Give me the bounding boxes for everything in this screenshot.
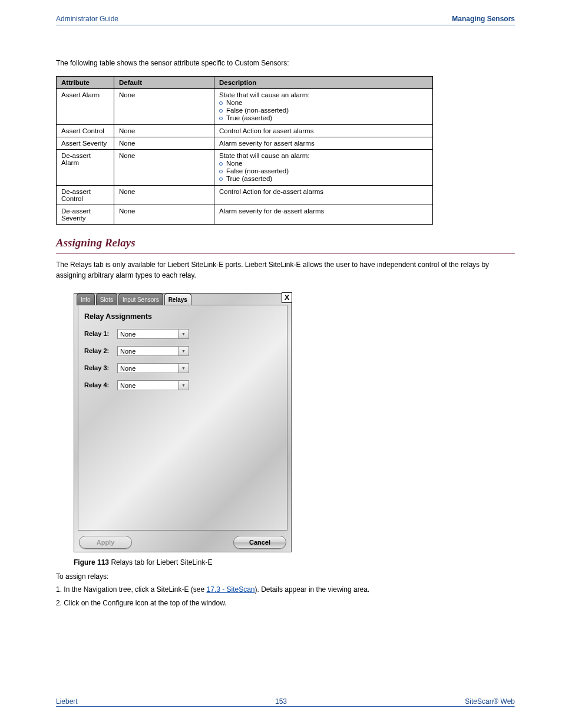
bullet-item: None xyxy=(219,99,428,106)
relay-1-dropdown-icon[interactable] xyxy=(178,329,189,339)
step-1-text-b: ). Details appear in the viewing area. xyxy=(255,585,370,594)
cell-desc: State that will cause an alarm: None Fal… xyxy=(214,88,433,124)
relay-1-select[interactable]: None xyxy=(117,329,178,339)
footer-rule xyxy=(56,706,515,707)
footer-right: SiteScan® Web xyxy=(465,697,515,706)
step-1-crossref-link[interactable]: 17.3 - SiteScan xyxy=(206,585,254,594)
cell-attr: De-assert Severity xyxy=(57,205,114,224)
relay-4-select[interactable]: None xyxy=(117,380,178,390)
apply-button[interactable]: Apply xyxy=(79,536,132,549)
relay-2-row: Relay 2: None xyxy=(84,346,281,356)
bullet-item: True (asserted) xyxy=(219,114,428,121)
dialog-tabs: Info Slots Input Sensors Relays xyxy=(77,294,289,305)
intro-paragraph: The following table shows the sensor att… xyxy=(56,58,515,69)
step-1: 1. In the Navigation tree, click a SiteL… xyxy=(56,584,515,595)
step-2: 2. Click on the Configure icon at the to… xyxy=(56,598,515,609)
tab-relays[interactable]: Relays xyxy=(164,294,191,305)
cell-desc: Control Action for assert alarms xyxy=(214,124,433,137)
close-button[interactable]: X xyxy=(282,292,292,303)
table-header-row: Attribute Default Description xyxy=(57,76,433,88)
table-row: Assert Severity None Alarm severity for … xyxy=(57,137,433,149)
col-default: Default xyxy=(114,76,214,88)
cell-desc: State that will cause an alarm: None Fal… xyxy=(214,149,433,185)
tab-input-sensors[interactable]: Input Sensors xyxy=(118,294,163,305)
dialog-button-bar: Apply Cancel xyxy=(79,536,286,549)
relay-3-row: Relay 3: None xyxy=(84,363,281,373)
relay-1-row: Relay 1: None xyxy=(84,329,281,339)
cell-attr: Assert Severity xyxy=(57,137,114,149)
cell-attr: Assert Control xyxy=(57,124,114,137)
bullet-item: None xyxy=(219,160,428,167)
relay-3-select[interactable]: None xyxy=(117,363,178,373)
relay-4-dropdown-icon[interactable] xyxy=(178,380,189,390)
table-row: De-assert Severity None Alarm severity f… xyxy=(57,205,433,224)
relay-3-label: Relay 3: xyxy=(84,364,117,371)
cell-desc: Alarm severity for assert alarms xyxy=(214,137,433,149)
relay-2-select[interactable]: None xyxy=(117,346,178,356)
cell-attr: Assert Alarm xyxy=(57,88,114,124)
sensor-attributes-table: Attribute Default Description Assert Ala… xyxy=(56,76,433,225)
step-1-text-a: 1. In the Navigation tree, click a SiteL… xyxy=(56,585,204,594)
relay-1-label: Relay 1: xyxy=(84,330,117,337)
tab-info[interactable]: Info xyxy=(77,294,95,305)
table-row: De-assert Alarm None State that will cau… xyxy=(57,149,433,185)
cancel-button[interactable]: Cancel xyxy=(233,536,286,549)
desc-lead: State that will cause an alarm: xyxy=(219,91,428,98)
cell-attr: De-assert Control xyxy=(57,185,114,205)
cell-def: None xyxy=(114,137,214,149)
section-heading-assigning-relays: Assigning Relays xyxy=(56,236,515,253)
table-row: Assert Alarm None State that will cause … xyxy=(57,88,433,124)
dialog-title: Relay Assignments xyxy=(84,312,281,321)
cell-desc: Alarm severity for de-assert alarms xyxy=(214,205,433,224)
steps-lead: To assign relays: xyxy=(56,571,515,582)
relay-3-dropdown-icon[interactable] xyxy=(178,363,189,373)
bullet-item: False (non-asserted) xyxy=(219,107,428,114)
section-paragraph: The Relays tab is only available for Lie… xyxy=(56,259,515,281)
table-row: De-assert Control None Control Action fo… xyxy=(57,185,433,205)
relays-dialog: Info Slots Input Sensors Relays X Relay … xyxy=(74,293,292,552)
bullet-item: False (non-asserted) xyxy=(219,167,428,174)
relay-4-label: Relay 4: xyxy=(84,381,117,388)
desc-lead: State that will cause an alarm: xyxy=(219,152,428,159)
cell-def: None xyxy=(114,185,214,205)
figure-caption-text: Relays tab for Liebert SiteLink-E xyxy=(111,558,212,566)
col-desc: Description xyxy=(214,76,433,88)
tab-slots[interactable]: Slots xyxy=(96,294,117,305)
header-left: Administrator Guide xyxy=(56,15,118,23)
cell-def: None xyxy=(114,124,214,137)
cell-def: None xyxy=(114,88,214,124)
relay-4-row: Relay 4: None xyxy=(84,380,281,390)
header-rule xyxy=(56,25,515,25)
table-row: Assert Control None Control Action for a… xyxy=(57,124,433,137)
page-header: Administrator Guide Managing Sensors xyxy=(56,15,515,23)
cell-def: None xyxy=(114,205,214,224)
figure-caption: Figure 113 Relays tab for Liebert SiteLi… xyxy=(74,558,515,566)
relay-2-dropdown-icon[interactable] xyxy=(178,346,189,356)
cell-def: None xyxy=(114,149,214,185)
figure-label: Figure 113 xyxy=(74,558,109,566)
cell-desc: Control Action for de-assert alarms xyxy=(214,185,433,205)
cell-attr: De-assert Alarm xyxy=(57,149,114,185)
col-attr: Attribute xyxy=(57,76,114,88)
bullet-item: True (asserted) xyxy=(219,175,428,182)
footer-page: 153 xyxy=(275,697,287,706)
footer-left: Liebert xyxy=(56,697,78,706)
header-right: Managing Sensors xyxy=(452,15,515,23)
relay-2-label: Relay 2: xyxy=(84,347,117,354)
dialog-body: Relay Assignments Relay 1: None Relay 2:… xyxy=(78,305,287,531)
